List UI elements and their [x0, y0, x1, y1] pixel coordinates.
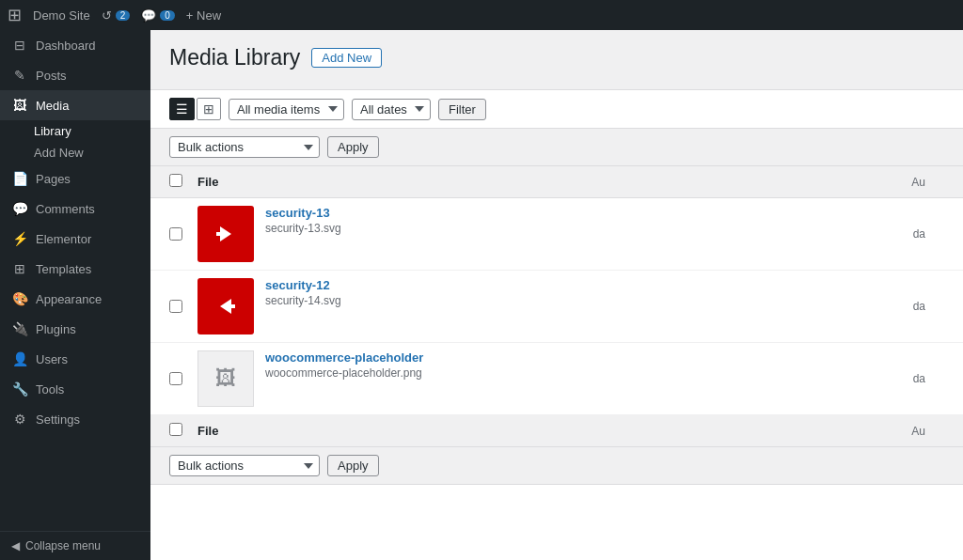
row-checkbox[interactable]	[169, 227, 182, 241]
row-main-col: security-13 security-13.svg Edit | Delet…	[197, 206, 831, 262]
sidebar-item-tools[interactable]: 🔧 Tools	[0, 374, 150, 404]
topbar: ⊞ Demo Site ↺ 2 💬 0 + New	[0, 0, 963, 30]
sidebar-item-templates[interactable]: ⊞ Templates	[0, 254, 150, 284]
pages-icon: 📄	[11, 171, 28, 186]
dashboard-icon: ⊟	[11, 38, 28, 53]
media-thumbnail-security13	[197, 206, 254, 262]
main-content: Media Library Add New ☰ ⊞ All media item…	[150, 30, 963, 560]
filter-button[interactable]: Filter	[438, 99, 486, 120]
table-footer-header: File Au	[150, 415, 963, 447]
media-filename: security-13.svg	[265, 222, 831, 235]
bulk-actions-select-bottom[interactable]: Bulk actions	[169, 455, 320, 476]
sidebar-sub-library[interactable]: Library	[0, 120, 150, 142]
select-all-checkbox[interactable]	[169, 174, 182, 187]
settings-icon: ⚙	[11, 412, 28, 427]
sidebar-nav: ⊟ Dashboard ✎ Posts 🖼 Media Library Add …	[0, 30, 150, 531]
media-info: woocommerce-placeholder woocommerce-plac…	[265, 350, 831, 381]
page-header: Media Library Add New	[150, 30, 963, 89]
apply-button-bottom[interactable]: Apply	[327, 455, 379, 476]
row-date: da	[831, 227, 944, 241]
placeholder-icon: 🖼	[215, 366, 236, 391]
filter-bar: ☰ ⊞ All media items All dates Filter	[150, 89, 963, 129]
media-name-link[interactable]: woocommerce-placeholder	[265, 350, 831, 365]
media-type-filter[interactable]: All media items	[229, 99, 344, 120]
row-checkbox-col	[169, 372, 197, 385]
media-thumbnail-placeholder: 🖼	[197, 350, 254, 407]
sidebar-item-appearance[interactable]: 🎨 Appearance	[0, 284, 150, 314]
plugins-icon: 🔌	[11, 321, 28, 336]
media-filename: security-14.svg	[265, 294, 831, 307]
row-checkbox[interactable]	[169, 372, 182, 385]
wp-logo-icon[interactable]: ⊞	[8, 5, 22, 25]
media-icon: 🖼	[11, 98, 28, 113]
svg-rect-5	[224, 304, 235, 308]
footer-author-col: Au	[831, 425, 944, 438]
footer-file-col: File	[197, 424, 831, 438]
sidebar-item-elementor[interactable]: ⚡ Elementor	[0, 224, 150, 254]
elementor-icon: ⚡	[11, 231, 28, 246]
table-area: File Au security	[150, 166, 963, 560]
page-title: Media Library	[169, 45, 300, 70]
footer-checkbox-col	[169, 423, 197, 439]
date-filter[interactable]: All dates	[352, 99, 431, 120]
row-checkbox-col	[169, 227, 197, 241]
sidebar-item-users[interactable]: 👤 Users	[0, 344, 150, 374]
media-filename: woocommerce-placeholder.png	[265, 366, 831, 380]
page-title-row: Media Library Add New	[169, 45, 944, 70]
sidebar-item-posts[interactable]: ✎ Posts	[0, 60, 150, 90]
add-new-button[interactable]: Add New	[311, 48, 382, 68]
sidebar: ⊟ Dashboard ✎ Posts 🖼 Media Library Add …	[0, 30, 150, 560]
row-main-col: 🖼 woocommerce-placeholder woocommerce-pl…	[197, 350, 831, 407]
table-row: 🖼 woocommerce-placeholder woocommerce-pl…	[150, 343, 963, 415]
media-info: security-12 security-14.svg Edit | Delet…	[265, 278, 831, 309]
row-date: da	[831, 300, 944, 313]
users-icon: 👤	[11, 351, 28, 366]
tools-icon: 🔧	[11, 381, 28, 397]
bulk-actions-select-top[interactable]: Bulk actions	[169, 136, 320, 158]
posts-icon: ✎	[11, 68, 28, 83]
layout: ⊟ Dashboard ✎ Posts 🖼 Media Library Add …	[0, 30, 963, 560]
media-info: security-13 security-13.svg Edit | Delet…	[265, 206, 831, 237]
grid-view-button[interactable]: ⊞	[197, 98, 221, 120]
apply-button-top[interactable]: Apply	[327, 136, 379, 158]
list-view-button[interactable]: ☰	[169, 98, 195, 120]
media-name-link[interactable]: security-12	[265, 278, 831, 292]
site-name[interactable]: Demo Site	[33, 8, 90, 23]
sidebar-item-media[interactable]: 🖼 Media	[0, 90, 150, 120]
table-header: File Au	[150, 166, 963, 198]
appearance-icon: 🎨	[11, 291, 28, 306]
media-name-link[interactable]: security-13	[265, 206, 831, 220]
sidebar-item-dashboard[interactable]: ⊟ Dashboard	[0, 30, 150, 60]
header-checkbox-col	[169, 174, 197, 190]
new-item[interactable]: + New	[186, 8, 221, 23]
sidebar-item-plugins[interactable]: 🔌 Plugins	[0, 314, 150, 344]
svg-rect-2	[216, 232, 228, 236]
file-column-header: File	[197, 175, 831, 189]
sidebar-sub-add-new[interactable]: Add New	[0, 142, 150, 163]
row-date: da	[831, 372, 944, 385]
table-row: security-12 security-14.svg Edit | Delet…	[150, 271, 963, 343]
row-checkbox[interactable]	[169, 300, 182, 313]
select-all-checkbox-bottom[interactable]	[169, 423, 182, 436]
bulk-bar-top: Bulk actions Apply	[150, 129, 963, 166]
bulk-bar-bottom: Bulk actions Apply	[150, 447, 963, 485]
collapse-menu[interactable]: ◀ Collapse menu	[0, 531, 150, 560]
author-column-header: Au	[831, 176, 944, 189]
sidebar-item-pages[interactable]: 📄 Pages	[0, 163, 150, 194]
media-thumbnail-security12	[197, 278, 254, 334]
sidebar-item-comments[interactable]: 💬 Comments	[0, 194, 150, 224]
collapse-icon: ◀	[11, 539, 20, 552]
comments-icon: 💬	[11, 201, 28, 216]
view-toggle: ☰ ⊞	[169, 98, 221, 120]
table-row: security-13 security-13.svg Edit | Delet…	[150, 198, 963, 271]
templates-icon: ⊞	[11, 261, 28, 276]
row-main-col: security-12 security-14.svg Edit | Delet…	[197, 278, 831, 334]
comments-item[interactable]: 💬 0	[141, 8, 175, 23]
revisions-item[interactable]: ↺ 2	[102, 8, 131, 23]
row-checkbox-col	[169, 300, 197, 313]
sidebar-item-settings[interactable]: ⚙ Settings	[0, 404, 150, 434]
